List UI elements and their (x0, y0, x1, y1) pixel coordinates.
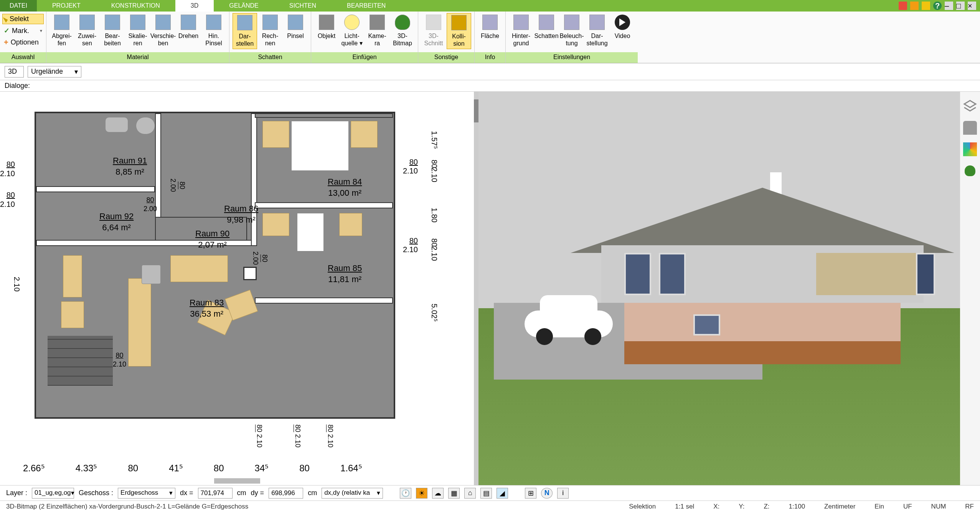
tool-icon (344, 15, 360, 30)
tool-icon (426, 15, 441, 30)
status-unit: Zentimeter (824, 503, 855, 510)
ribbon-auswahl-group: Selekt ✓Mark.▾ +Optionen Auswahl (0, 12, 46, 63)
tree-icon[interactable] (963, 164, 977, 178)
minimize-icon[interactable]: – (945, 2, 953, 10)
ribbon-btn-hinpinsel[interactable]: Hin.Pinsel (201, 13, 226, 48)
ribbon-btn-rechnen[interactable]: Rech-nen (258, 13, 282, 48)
ribbon-btn-zuweisen[interactable]: Zuwei-sen (75, 13, 99, 48)
dimension-value: 80 (214, 463, 224, 474)
tool-icon (262, 15, 278, 30)
plus-icon: + (4, 38, 8, 47)
clock-icon[interactable]: 🕐 (400, 488, 411, 499)
chair-icon[interactable] (963, 121, 977, 135)
info-icon[interactable]: i (557, 488, 569, 499)
ribbon-btn-abgreifen[interactable]: Abgrei-fen (49, 13, 74, 48)
menu-bearbeiten[interactable]: BEARBEITEN (332, 0, 401, 12)
ribbon-btn-kamera[interactable]: Kame-ra (365, 13, 389, 48)
dx-input[interactable] (198, 488, 233, 499)
wall-toggle[interactable]: ▤ (480, 488, 492, 499)
menu-projekt[interactable]: PROJEKT (37, 0, 96, 12)
ribbon-btn-darstellen[interactable]: Dar-stellen (233, 13, 257, 49)
geschoss-select[interactable]: Erdgeschoss▾ (118, 488, 175, 499)
ribbon-btn-hintergrund[interactable]: Hinter-grund (509, 13, 533, 48)
tool-icon (539, 15, 554, 30)
dimension-value: 80 (128, 463, 138, 474)
roof-toggle[interactable]: ⌂ (464, 488, 476, 499)
tool-icon (237, 15, 252, 30)
sun-icon[interactable]: ☀ (416, 488, 427, 499)
ribbon-btn-dbitmap[interactable]: 3D-Bitmap (390, 13, 415, 48)
3d-view-pane[interactable] (478, 92, 980, 485)
palette-icon[interactable] (963, 142, 977, 156)
wheel (584, 328, 601, 345)
menu-konstruktion[interactable]: KONSTRUKTION (96, 0, 175, 12)
ribbon-btn-beleuchtung[interactable]: Beleuch-tung (559, 13, 584, 48)
ribbon-btn-verschieben[interactable]: Verschie-ben (151, 13, 175, 48)
menu-gelaende[interactable]: GELÄNDE (214, 0, 274, 12)
dimension-bottom-wall: 80 2.10 (326, 424, 334, 448)
floorplan-pane[interactable]: Raum 918,85 m²Raum 8413,00 m²Raum 926,64… (0, 92, 474, 485)
ribbon-btn-bearbeiten[interactable]: Bear-beiten (100, 13, 125, 48)
chevron-down-icon: ▾ (74, 68, 78, 76)
layer-label: Layer : (6, 489, 27, 497)
ribbon-btn-schatten[interactable]: Schatten (534, 13, 559, 41)
optionen-button[interactable]: +Optionen (2, 37, 44, 48)
ribbon-btn-objekt[interactable]: Objekt (314, 13, 339, 41)
menu-file[interactable]: DATEI (0, 0, 37, 12)
dimension-value: 80 (299, 463, 310, 474)
tool-icon (206, 15, 221, 30)
selekt-button[interactable]: Selekt (2, 14, 44, 24)
tool-icon (395, 15, 410, 30)
mode-box[interactable]: 3D (5, 66, 24, 78)
maximize-icon[interactable]: □ (956, 2, 965, 10)
menubar-right: ? – □ × (899, 0, 980, 12)
ribbon-btn-dschnitt[interactable]: 3D-Schnitt (421, 13, 446, 48)
status-bar: 3D-Bitmap (2 Einzelflächen) xa-Vordergru… (0, 500, 980, 512)
ribbon-btn-skalieren[interactable]: Skalie-ren (125, 13, 150, 48)
layers-btn[interactable]: ▦ (448, 488, 460, 499)
grid-toggle[interactable]: ⊞ (525, 488, 536, 499)
pane-splitter[interactable] (474, 92, 478, 485)
scrollbar-horizontal[interactable] (214, 478, 260, 484)
door-dimension: 802.00 (144, 196, 157, 214)
ribbon-btn-video[interactable]: Video (610, 13, 635, 41)
tool-icon (105, 15, 120, 30)
window (693, 314, 720, 335)
coord-mode-select[interactable]: dx,dy (relativ ka▾ (322, 488, 383, 499)
mark-button[interactable]: ✓Mark.▾ (2, 26, 44, 36)
layers-icon[interactable] (963, 99, 977, 113)
close-icon[interactable]: × (968, 2, 976, 10)
ribbon-btn-kollision[interactable]: Kolli-sion (447, 13, 471, 49)
ribbon-group-einfuegen: ObjektLicht-quelle ▾Kame-ra3D-Bitmap Ein… (311, 12, 418, 63)
menu-3d[interactable]: 3D (175, 0, 214, 12)
door-dimension: 802.00 (251, 251, 269, 265)
ribbon: Selekt ✓Mark.▾ +Optionen Auswahl Abgrei-… (0, 12, 980, 63)
help-icon[interactable]: ? (933, 2, 942, 10)
tool-icon (513, 15, 529, 30)
furniture-sofa (128, 278, 151, 367)
layer-select[interactable]: 01_ug,eg,og▾ (32, 488, 74, 499)
dy-input[interactable] (269, 488, 303, 499)
furniture-nightstand (351, 121, 378, 148)
wheel (536, 328, 553, 345)
tool-icon (319, 15, 334, 30)
tool-icon (564, 15, 579, 30)
grid-icon[interactable] (922, 2, 930, 10)
box-icon[interactable] (910, 2, 919, 10)
ribbon-btn-lichtquelle[interactable]: Licht-quelle ▾ (340, 13, 364, 48)
menu-sichten[interactable]: SICHTEN (274, 0, 332, 12)
ribbon-btn-darstellung[interactable]: Dar-stellung (585, 13, 609, 48)
furniture-table (142, 265, 161, 284)
status-z: Z: (764, 503, 769, 510)
ribbon-btn-pinsel[interactable]: Pinsel (283, 13, 308, 41)
urgelaende-dropdown[interactable]: Urgelände▾ (28, 66, 81, 78)
wall (251, 113, 257, 246)
cloud-icon[interactable]: ☁ (432, 488, 444, 499)
splitter-handle[interactable] (474, 99, 478, 122)
furniture-bed (291, 121, 349, 171)
pen-icon[interactable] (899, 2, 907, 10)
north-icon[interactable]: N (541, 488, 553, 499)
ribbon-btn-flche[interactable]: Fläche (478, 13, 502, 41)
floor-toggle[interactable]: ◢ (497, 488, 508, 499)
ribbon-btn-drehen[interactable]: Drehen (176, 13, 201, 41)
